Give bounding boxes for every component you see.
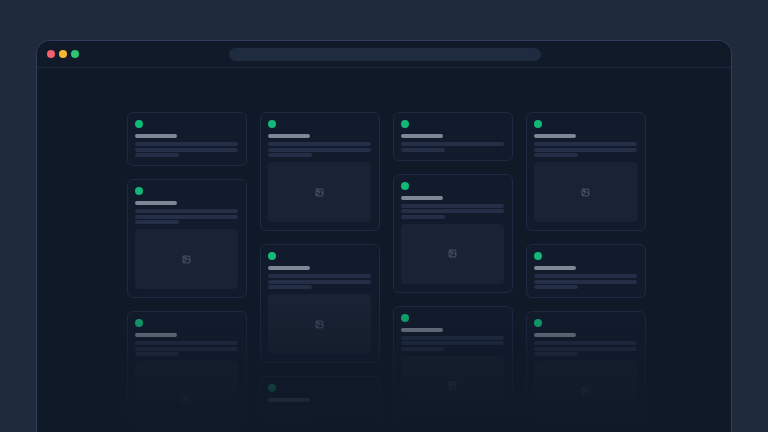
skeleton-title-bar — [534, 134, 576, 138]
skeleton-text-bar — [268, 153, 312, 157]
skeleton-text-bar — [135, 352, 179, 356]
image-placeholder — [401, 356, 504, 416]
window-controls — [47, 41, 79, 67]
skeleton-text-bar — [268, 412, 371, 416]
image-placeholder — [135, 361, 238, 432]
skeleton-title-bar — [135, 201, 177, 205]
skeleton-text-bar — [401, 215, 445, 219]
skeleton-text-bar — [534, 280, 637, 284]
skeleton-card[interactable] — [127, 112, 247, 166]
image-placeholder — [268, 294, 371, 354]
skeleton-card[interactable] — [260, 112, 380, 231]
image-placeholder-icon — [182, 255, 191, 264]
skeleton-text-bar — [534, 153, 578, 157]
image-placeholder-icon — [182, 396, 191, 405]
image-placeholder-icon — [581, 387, 590, 396]
skeleton-text-bar — [135, 153, 179, 157]
status-dot — [135, 319, 143, 327]
skeleton-text-bar — [534, 274, 637, 278]
status-dot — [268, 252, 276, 260]
image-placeholder — [135, 229, 238, 289]
status-dot — [401, 182, 409, 190]
page-content — [37, 68, 731, 432]
skeleton-text-bar — [135, 347, 238, 351]
skeleton-text-bar — [135, 220, 179, 224]
skeleton-card[interactable] — [393, 306, 513, 425]
maximize-button[interactable] — [71, 50, 79, 58]
image-placeholder — [401, 224, 504, 284]
board-column-3 — [393, 112, 513, 432]
skeleton-text-bar — [401, 341, 504, 345]
skeleton-title-bar — [268, 266, 310, 270]
image-placeholder — [534, 361, 637, 421]
skeleton-text-bar — [401, 204, 504, 208]
image-placeholder — [534, 162, 637, 222]
image-placeholder-icon — [448, 381, 457, 390]
skeleton-text-bar — [268, 285, 312, 289]
skeleton-text-bar — [135, 209, 238, 213]
minimize-button[interactable] — [59, 50, 67, 58]
page-background — [0, 0, 768, 432]
skeleton-text-bar — [401, 148, 445, 152]
skeleton-text-bar — [268, 274, 371, 278]
skeleton-card[interactable] — [260, 376, 380, 432]
image-placeholder-icon — [448, 249, 457, 258]
skeleton-card[interactable] — [526, 112, 646, 231]
url-bar[interactable] — [229, 48, 541, 61]
skeleton-card[interactable] — [526, 311, 646, 430]
skeleton-title-bar — [534, 266, 576, 270]
skeleton-title-bar — [401, 134, 443, 138]
skeleton-text-bar — [401, 347, 445, 351]
skeleton-text-bar — [268, 142, 371, 146]
skeleton-text-bar — [401, 209, 504, 213]
board-column-1 — [127, 112, 247, 432]
status-dot — [401, 120, 409, 128]
skeleton-text-bar — [401, 142, 504, 146]
browser-window — [36, 40, 732, 432]
image-placeholder — [268, 426, 371, 432]
skeleton-title-bar — [135, 134, 177, 138]
skeleton-text-bar — [268, 417, 312, 421]
skeleton-text-bar — [135, 341, 238, 345]
masonry-board — [37, 68, 731, 432]
skeleton-card[interactable] — [127, 179, 247, 298]
status-dot — [135, 120, 143, 128]
board-column-4 — [526, 112, 646, 432]
skeleton-title-bar — [135, 333, 177, 337]
skeleton-card[interactable] — [127, 311, 247, 432]
skeleton-card[interactable] — [526, 244, 646, 298]
browser-titlebar — [37, 41, 731, 68]
skeleton-text-bar — [268, 148, 371, 152]
status-dot — [268, 384, 276, 392]
skeleton-text-bar — [401, 336, 504, 340]
skeleton-text-bar — [534, 347, 637, 351]
status-dot — [534, 120, 542, 128]
skeleton-text-bar — [534, 352, 578, 356]
close-button[interactable] — [47, 50, 55, 58]
status-dot — [534, 252, 542, 260]
skeleton-card[interactable] — [393, 174, 513, 293]
image-placeholder-icon — [581, 188, 590, 197]
skeleton-text-bar — [534, 142, 637, 146]
image-placeholder — [268, 162, 371, 222]
skeleton-text-bar — [268, 406, 371, 410]
skeleton-title-bar — [268, 398, 310, 402]
skeleton-text-bar — [534, 148, 637, 152]
skeleton-text-bar — [135, 148, 238, 152]
status-dot — [534, 319, 542, 327]
image-placeholder-icon — [315, 320, 324, 329]
status-dot — [268, 120, 276, 128]
skeleton-title-bar — [401, 328, 443, 332]
status-dot — [135, 187, 143, 195]
skeleton-title-bar — [401, 196, 443, 200]
skeleton-card[interactable] — [260, 244, 380, 363]
skeleton-text-bar — [534, 285, 578, 289]
board-column-2 — [260, 112, 380, 432]
skeleton-text-bar — [135, 215, 238, 219]
status-dot — [401, 314, 409, 322]
skeleton-text-bar — [268, 280, 371, 284]
skeleton-text-bar — [534, 341, 637, 345]
skeleton-card[interactable] — [393, 112, 513, 161]
skeleton-title-bar — [268, 134, 310, 138]
skeleton-text-bar — [135, 142, 238, 146]
